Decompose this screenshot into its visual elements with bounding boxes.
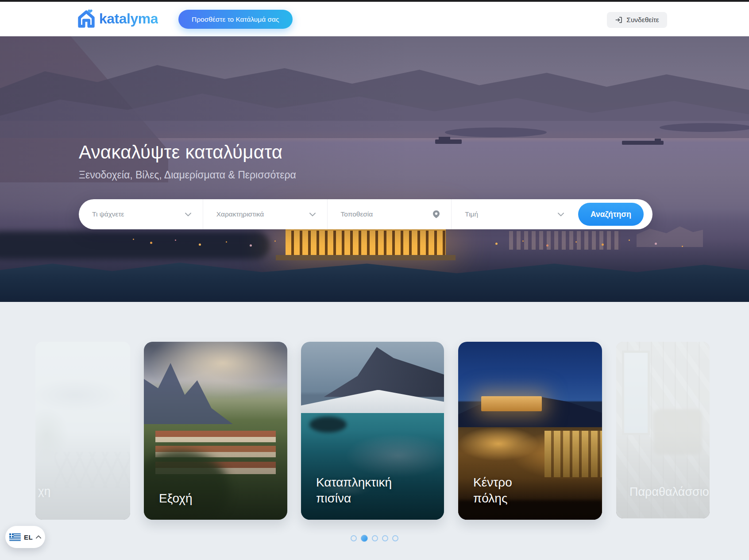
search-field-type-label: Τι ψάχνετε bbox=[92, 210, 124, 218]
search-field-features-label: Χαρακτηριστικά bbox=[216, 210, 264, 218]
hero-tanker-ship bbox=[622, 141, 664, 145]
window-top-strip bbox=[0, 0, 749, 2]
category-card-countryside[interactable]: Εξοχή bbox=[144, 342, 287, 520]
greece-flag-icon bbox=[9, 533, 21, 541]
card-fade-overlay bbox=[616, 342, 710, 518]
language-code: EL bbox=[24, 533, 33, 541]
search-field-price[interactable]: Τιμή bbox=[452, 199, 575, 229]
carousel-dot[interactable] bbox=[392, 535, 398, 541]
category-label: Καταπληκτική πισίνα bbox=[316, 475, 409, 506]
card-fade-overlay bbox=[35, 342, 130, 520]
search-field-location[interactable]: Τοποθεσία bbox=[328, 199, 452, 229]
carousel-dot[interactable] bbox=[372, 535, 378, 541]
location-pin-icon bbox=[433, 210, 440, 218]
logo-text: katalyma bbox=[99, 11, 158, 27]
search-field-features[interactable]: Χαρακτηριστικά bbox=[203, 199, 328, 229]
chevron-up-icon bbox=[36, 535, 41, 539]
category-label: Εξοχή bbox=[159, 490, 193, 506]
logo-house-icon bbox=[76, 8, 97, 29]
hero-city-lights bbox=[133, 239, 134, 240]
category-card-prev[interactable]: χη bbox=[35, 342, 130, 520]
search-button[interactable]: Αναζήτηση bbox=[578, 203, 644, 226]
hero-ruins bbox=[509, 231, 621, 250]
logo[interactable]: katalyma bbox=[76, 8, 158, 29]
search-field-price-label: Τιμή bbox=[465, 210, 478, 218]
hero-coastline bbox=[660, 123, 749, 132]
login-button-label: Συνδεθείτε bbox=[626, 16, 659, 24]
carousel-dot[interactable] bbox=[351, 535, 357, 541]
search-bar: Τι ψάχνετε Χαρακτηριστικά Τοποθεσία Τιμή… bbox=[79, 199, 652, 229]
hero-title: Ανακαλύψτε καταλύματα bbox=[79, 142, 282, 163]
categories-section: χη Εξοχή Καταπληκτική πισίνα Κέντ bbox=[0, 302, 749, 560]
category-card-city-center[interactable]: Κέντρο πόλης bbox=[458, 342, 602, 520]
search-field-location-label: Τοποθεσία bbox=[341, 210, 373, 218]
hero-ship bbox=[435, 139, 462, 144]
category-card-seaside[interactable]: Παραθαλάσσιο bbox=[616, 342, 710, 518]
hero-subtitle: Ξενοδοχεία, Βίλες, Διαμερίσματα & Περισσ… bbox=[79, 169, 296, 181]
chevron-down-icon bbox=[185, 212, 191, 216]
login-icon bbox=[615, 16, 623, 24]
chevron-down-icon bbox=[309, 212, 316, 216]
search-field-type[interactable]: Τι ψάχνετε bbox=[79, 199, 203, 229]
category-label: Κέντρο πόλης bbox=[473, 475, 531, 506]
language-selector[interactable]: EL bbox=[5, 526, 45, 548]
carousel-dot-active[interactable] bbox=[361, 535, 368, 542]
carousel-dots bbox=[0, 535, 749, 542]
category-card-pool[interactable]: Καταπληκτική πισίνα bbox=[301, 342, 444, 520]
add-listing-button[interactable]: Προσθέστε το Κατάλυμά σας bbox=[178, 10, 293, 29]
hero-trees bbox=[0, 231, 270, 259]
login-button[interactable]: Συνδεθείτε bbox=[607, 12, 667, 28]
hero-parthenon bbox=[286, 227, 446, 255]
chevron-down-icon bbox=[558, 212, 564, 216]
hero: Ανακαλύψτε καταλύματα Ξενοδοχεία, Βίλες,… bbox=[0, 36, 749, 302]
hero-island bbox=[445, 127, 547, 137]
carousel-dot[interactable] bbox=[382, 535, 388, 541]
header: katalyma Προσθέστε το Κατάλυμά σας Συνδε… bbox=[0, 2, 749, 36]
hero-far-ruins bbox=[637, 224, 703, 247]
